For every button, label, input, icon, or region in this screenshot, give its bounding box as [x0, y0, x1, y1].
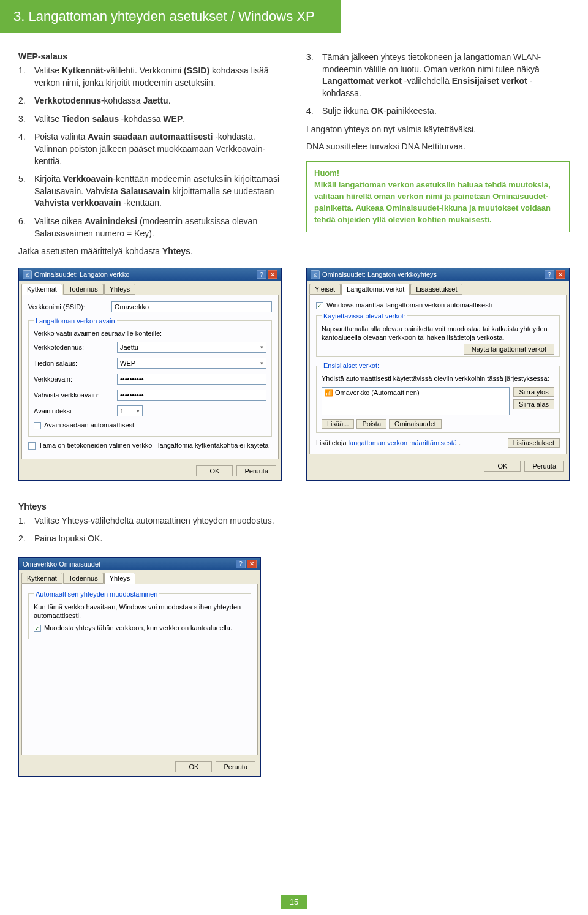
autoconnect-help: Kun tämä verkko havaitaan, Windows voi m…: [34, 603, 246, 620]
ok-button[interactable]: OK: [484, 461, 521, 472]
dialog-title: Ominaisuudet: Langaton verkkoyhteys: [322, 271, 437, 278]
autoconnect-group-label: Automaattisen yhteyden muodostaminen: [34, 590, 159, 598]
tab-lisaasetukset[interactable]: Lisäasetukset: [410, 284, 462, 295]
key2-input[interactable]: ••••••••••: [117, 390, 266, 401]
autocfg-label: Windows määrittää langattoman verkon aut…: [326, 301, 492, 309]
dialog-wlan-properties: ⎋Ominaisuudet: Langaton verkko ? ✕ Kytke…: [18, 268, 282, 481]
tabs: Yleiset Langattomat verkot Lisäasetukset: [307, 281, 569, 295]
pref-help: Yhdistä automaattisesti käytettävissä ol…: [322, 374, 554, 383]
key-input[interactable]: ••••••••••: [117, 374, 266, 385]
auth-select[interactable]: Jaettu: [117, 342, 266, 353]
idx-label: Avainindeksi: [34, 407, 113, 415]
close-icon[interactable]: ✕: [556, 270, 565, 279]
app-icon: ⎋: [23, 270, 32, 279]
enc-select[interactable]: WEP: [117, 358, 266, 369]
avail-help: Napsauttamalla alla olevaa painiketta vo…: [322, 325, 554, 342]
autokey-label: Avain saadaan automaattisesti: [44, 421, 136, 429]
advanced-button[interactable]: Lisäasetukset: [508, 438, 560, 448]
ok-button[interactable]: OK: [196, 465, 233, 476]
autokey-checkbox[interactable]: [34, 422, 41, 429]
ready-text: Langaton yhteys on nyt valmis käytettävä…: [306, 124, 570, 136]
bottom-steps: 1.Valitse Yhteys-välilehdeltä automaatti…: [18, 515, 570, 545]
properties-button[interactable]: Ominaisuudet: [389, 419, 442, 429]
recommend-text: DNA suosittelee turvaksi DNA Nettiturvaa…: [306, 141, 570, 153]
tab-todennus[interactable]: Todennus: [63, 573, 104, 584]
more-info-text: Lisätietoja langattoman verkon määrittäm…: [316, 439, 461, 446]
tab-kytkennat[interactable]: Kytkennät: [21, 573, 62, 584]
move-up-button[interactable]: Siirrä ylös: [513, 387, 554, 397]
network-item[interactable]: 📶 Omaverkko (Automaattinen): [325, 389, 420, 397]
continue-text: Jatka asetusten määrittelyä kohdasta Yht…: [18, 246, 282, 258]
help-icon[interactable]: ?: [545, 270, 554, 279]
dialog-title: Omaverkko Ominaisuudet: [23, 560, 100, 568]
tabs: Kytkennät Todennus Yhteys: [19, 281, 281, 295]
dialog-wlan-connection: ⎋Ominaisuudet: Langaton verkkoyhteys ? ✕…: [306, 268, 570, 481]
help-icon[interactable]: ?: [236, 560, 246, 568]
pref-network-list[interactable]: 📶 Omaverkko (Automaattinen): [322, 387, 510, 415]
autocfg-checkbox[interactable]: ✓: [316, 302, 323, 309]
tab-yhteys[interactable]: Yhteys: [104, 284, 136, 295]
key-label: Verkkoavain:: [34, 375, 113, 383]
ok-button[interactable]: OK: [175, 761, 212, 772]
show-networks-button[interactable]: Näytä langattomat verkot: [464, 344, 554, 355]
key2-label: Vahvista verkkoavain:: [34, 391, 113, 399]
close-icon[interactable]: ✕: [268, 270, 277, 279]
cancel-button[interactable]: Peruuta: [236, 465, 276, 476]
help-icon[interactable]: ?: [257, 270, 266, 279]
cancel-button[interactable]: Peruuta: [524, 461, 564, 472]
more-info-link[interactable]: langattoman verkon määrittämisestä: [349, 439, 457, 446]
add-button[interactable]: Lisää...: [322, 419, 354, 429]
right-column: 3.Tämän jälkeen yhteys tietokoneen ja la…: [306, 51, 570, 258]
pref-group-label: Ensisijaiset verkot:: [322, 362, 381, 369]
dialog-title: Ominaisuudet: Langaton verkko: [34, 271, 129, 278]
adhoc-label: Tämä on tietokoneiden välinen verkko - l…: [39, 442, 268, 449]
right-steps: 3.Tämän jälkeen yhteys tietokoneen ja la…: [306, 51, 570, 118]
dialog-omaverkko-properties: Omaverkko Ominaisuudet ? ✕ Kytkennät Tod…: [18, 557, 261, 777]
tab-todennus[interactable]: Todennus: [63, 284, 104, 295]
section-header: 3. Langattoman yhteyden asetukset / Wind…: [0, 0, 341, 33]
ssid-label: Verkkonimi (SSID):: [28, 303, 108, 311]
adhoc-checkbox[interactable]: [28, 442, 36, 450]
tab-kytkennat[interactable]: Kytkennät: [21, 284, 62, 295]
page-number: 15: [281, 895, 307, 909]
key-group-label: Langattoman verkon avain: [34, 317, 117, 325]
enc-label: Tiedon salaus:: [34, 360, 113, 367]
note-box: Huom!Mikäli langattoman verkon asetuksii…: [306, 161, 570, 232]
cancel-button[interactable]: Peruuta: [216, 761, 255, 772]
autoconnect-checkbox[interactable]: ✓: [34, 625, 41, 632]
wep-heading: WEP-salaus: [18, 51, 282, 61]
ssid-input[interactable]: Omaverkko: [111, 301, 272, 312]
autoconnect-label: Muodosta yhteys tähän verkkoon, kun verk…: [44, 624, 232, 631]
tab-yhteys[interactable]: Yhteys: [104, 573, 136, 584]
auth-label: Verkkotodennus:: [34, 344, 113, 351]
avail-group-label: Käytettävissä olevat verkot:: [322, 312, 407, 320]
close-icon[interactable]: ✕: [247, 560, 257, 568]
tab-langattomat[interactable]: Langattomat verkot: [341, 284, 410, 295]
tabs: Kytkennät Todennus Yhteys: [19, 570, 260, 584]
tab-yleiset[interactable]: Yleiset: [309, 284, 341, 295]
titlebar[interactable]: Omaverkko Ominaisuudet ? ✕: [19, 558, 260, 570]
idx-select[interactable]: 1: [117, 405, 143, 416]
left-steps: 1.Valitse Kytkennät-välilehti. Verkkonim…: [18, 65, 282, 239]
titlebar[interactable]: ⎋Ominaisuudet: Langaton verkkoyhteys ? ✕: [307, 268, 569, 281]
app-icon: ⎋: [311, 270, 320, 279]
remove-button[interactable]: Poista: [356, 419, 386, 429]
move-down-button[interactable]: Siirrä alas: [513, 399, 554, 409]
key-group-help: Verkko vaatii avaimen seuraaville kohtei…: [34, 329, 266, 337]
titlebar[interactable]: ⎋Ominaisuudet: Langaton verkko ? ✕: [19, 268, 281, 281]
yhteys-heading: Yhteys: [18, 502, 570, 511]
left-column: WEP-salaus 1.Valitse Kytkennät-välilehti…: [18, 51, 282, 258]
